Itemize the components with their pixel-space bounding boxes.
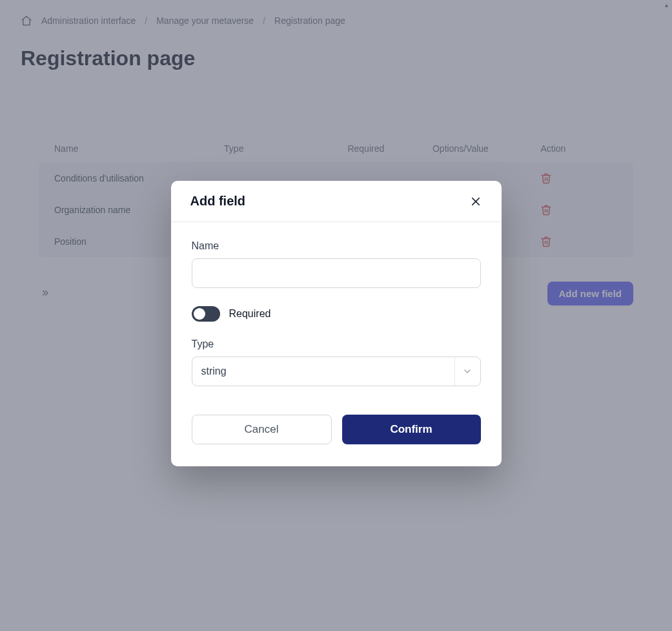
close-icon[interactable] — [469, 195, 482, 208]
name-label: Name — [192, 240, 481, 252]
required-label: Required — [229, 308, 271, 320]
type-select[interactable]: string — [192, 357, 481, 386]
type-label: Type — [192, 338, 481, 350]
cancel-button[interactable]: Cancel — [192, 415, 332, 444]
chevron-down-icon — [454, 357, 480, 386]
add-field-modal: Add field Name Required Type string — [171, 181, 502, 466]
modal-overlay[interactable]: Add field Name Required Type string — [0, 0, 672, 631]
name-input[interactable] — [192, 258, 481, 288]
required-toggle[interactable] — [192, 306, 220, 322]
modal-title: Add field — [190, 194, 246, 209]
confirm-button[interactable]: Confirm — [342, 415, 481, 444]
type-value: string — [192, 366, 454, 377]
